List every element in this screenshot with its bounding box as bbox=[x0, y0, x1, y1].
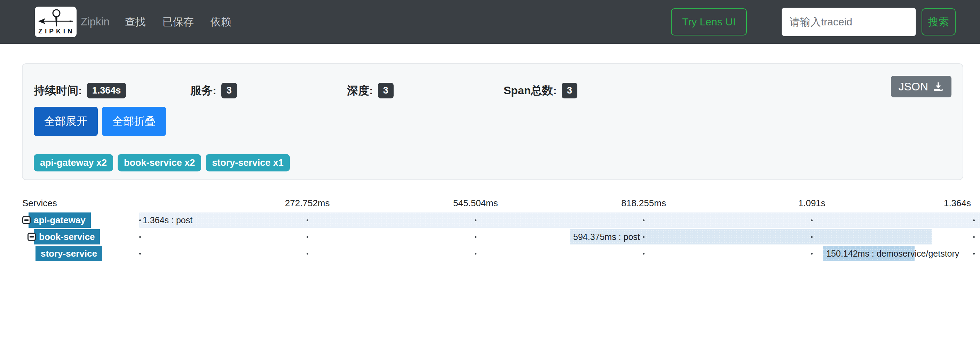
navbar: ZIPKIN Zipkin 查找 已保存 依赖 Try Lens UI 搜索 bbox=[0, 0, 980, 44]
expand-all-button[interactable]: 全部展开 bbox=[34, 107, 98, 136]
stat-label: 服务: bbox=[190, 83, 216, 98]
tick-dot bbox=[307, 253, 308, 254]
tick-dot bbox=[139, 219, 141, 221]
service-label[interactable]: api-gateway bbox=[29, 213, 91, 228]
tick-dot bbox=[811, 236, 813, 238]
traceid-input[interactable] bbox=[782, 8, 916, 36]
span-duration-label: 150.142ms : demoservice/getstory bbox=[826, 246, 959, 261]
service-label[interactable]: story-service bbox=[35, 246, 102, 261]
nav-links: 查找 已保存 依赖 bbox=[116, 15, 240, 29]
timeline-header: Services 272.752ms545.504ms818.255ms1.09… bbox=[0, 197, 980, 210]
stat-value-badge: 1.364s bbox=[87, 83, 126, 98]
trace-rows: api-gateway1.364s : postbook-service594.… bbox=[0, 213, 980, 261]
tick-dot bbox=[811, 253, 813, 254]
row-timeline: 594.375ms : post bbox=[139, 229, 980, 244]
tick-dot bbox=[307, 236, 308, 238]
span-duration-label: 594.375ms : post bbox=[573, 229, 640, 244]
tick-dot bbox=[643, 219, 644, 221]
trace-row: book-service594.375ms : post bbox=[0, 229, 980, 244]
tick-dot bbox=[973, 236, 975, 238]
time-marker: 272.752ms bbox=[285, 198, 330, 209]
tick-dot bbox=[307, 219, 308, 221]
stat-value-badge: 3 bbox=[378, 83, 394, 98]
collapse-minus-icon[interactable] bbox=[22, 216, 30, 224]
stat-services: 服务: 3 bbox=[190, 83, 347, 98]
zipkin-logo-icon bbox=[38, 9, 74, 27]
search-button[interactable]: 搜索 bbox=[921, 8, 956, 35]
tick-dot bbox=[973, 219, 975, 221]
stat-depth: 深度: 3 bbox=[347, 83, 504, 98]
collapse-all-button[interactable]: 全部折叠 bbox=[102, 107, 166, 136]
service-label-group: api-gateway bbox=[0, 213, 91, 228]
tick-dot bbox=[643, 253, 644, 254]
navbar-right: Try Lens UI 搜索 bbox=[671, 8, 956, 36]
tick-dot bbox=[139, 253, 141, 254]
tick-dot bbox=[475, 253, 476, 254]
time-marker: 1.364s bbox=[944, 198, 971, 209]
try-lens-button[interactable]: Try Lens UI bbox=[671, 8, 747, 35]
service-tag-book-service[interactable]: book-service x2 bbox=[118, 154, 201, 171]
zipkin-logo[interactable]: ZIPKIN bbox=[35, 6, 76, 37]
collapse-minus-icon[interactable] bbox=[27, 233, 36, 241]
nav-link-find[interactable]: 查找 bbox=[116, 15, 154, 29]
zipkin-logo-wordmark: ZIPKIN bbox=[37, 27, 75, 35]
service-label[interactable]: book-service bbox=[34, 229, 100, 244]
json-download-label: JSON bbox=[899, 80, 928, 93]
trace-timeline: Services 272.752ms545.504ms818.255ms1.09… bbox=[0, 197, 980, 261]
trace-row: story-service150.142ms : demoservice/get… bbox=[0, 246, 980, 261]
stat-label: 深度: bbox=[347, 83, 373, 98]
stat-duration: 持续时间: 1.364s bbox=[34, 83, 190, 98]
service-label-group: book-service bbox=[0, 229, 100, 244]
nav-link-dependencies[interactable]: 依赖 bbox=[202, 15, 240, 29]
trace-row: api-gateway1.364s : post bbox=[0, 213, 980, 228]
tick-dot bbox=[475, 236, 476, 238]
trace-stats: 持续时间: 1.364s 服务: 3 深度: 3 Span总数: 3 bbox=[34, 83, 951, 98]
span-duration-label: 1.364s : post bbox=[143, 213, 192, 228]
row-timeline: 150.142ms : demoservice/getstory bbox=[139, 246, 980, 261]
stat-value-badge: 3 bbox=[221, 83, 237, 98]
stat-label: 持续时间: bbox=[34, 83, 82, 98]
stat-label: Span总数: bbox=[504, 83, 557, 98]
brand-title: Zipkin bbox=[81, 16, 110, 28]
download-icon bbox=[933, 81, 944, 92]
trace-summary-panel: 持续时间: 1.364s 服务: 3 深度: 3 Span总数: 3 JSON … bbox=[22, 63, 963, 180]
service-label-group: story-service bbox=[0, 246, 102, 261]
tick-dot bbox=[139, 236, 141, 238]
tick-dot bbox=[973, 253, 975, 254]
span-bar[interactable] bbox=[139, 213, 980, 228]
nav-link-saved[interactable]: 已保存 bbox=[154, 15, 202, 29]
stat-value-badge: 3 bbox=[562, 83, 578, 98]
service-tags: api-gateway x2 book-service x2 story-ser… bbox=[34, 154, 951, 171]
service-tag-story-service[interactable]: story-service x1 bbox=[206, 154, 290, 171]
stat-total-spans: Span总数: 3 bbox=[504, 83, 660, 98]
time-marker: 1.091s bbox=[798, 198, 826, 209]
time-marker: 545.504ms bbox=[453, 198, 498, 209]
time-marker: 818.255ms bbox=[621, 198, 666, 209]
row-timeline: 1.364s : post bbox=[139, 213, 980, 228]
tick-dot bbox=[811, 219, 813, 221]
services-column-header: Services bbox=[22, 198, 57, 209]
json-download-button[interactable]: JSON bbox=[891, 76, 951, 97]
tick-dot bbox=[475, 219, 476, 221]
expand-collapse-controls: 全部展开 全部折叠 bbox=[34, 107, 951, 136]
service-tag-api-gateway[interactable]: api-gateway x2 bbox=[34, 154, 113, 171]
tick-dot bbox=[643, 236, 644, 238]
